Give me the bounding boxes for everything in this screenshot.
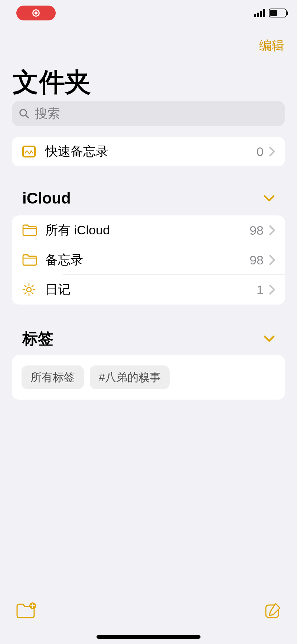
- quick-note-card: 快速备忘录 0: [12, 137, 285, 166]
- folder-icon: [22, 224, 38, 237]
- svg-line-11: [25, 286, 26, 287]
- folder-count: 98: [249, 223, 264, 238]
- folder-label: 日记: [45, 281, 257, 298]
- tag-chip[interactable]: #八弟的糗事: [90, 365, 170, 389]
- home-indicator[interactable]: [97, 635, 200, 639]
- new-folder-button[interactable]: [16, 602, 36, 619]
- quick-note-label: 快速备忘录: [45, 143, 257, 160]
- tags-section-title: 标签: [22, 328, 53, 349]
- gear-icon: [22, 282, 36, 297]
- chevron-right-icon: [269, 284, 275, 295]
- quick-note-count: 0: [257, 144, 264, 159]
- folder-row-all-icloud[interactable]: 所有 iCloud 98: [12, 215, 285, 245]
- chevron-right-icon: [269, 255, 275, 265]
- svg-point-6: [27, 287, 31, 292]
- nav-bar: 编辑: [0, 37, 297, 54]
- search-placeholder: 搜索: [35, 105, 60, 122]
- svg-line-13: [32, 286, 33, 287]
- record-icon: [32, 9, 40, 17]
- folder-count: 1: [257, 283, 264, 297]
- search-input[interactable]: 搜索: [12, 101, 285, 126]
- search-icon: [19, 108, 30, 119]
- folder-row-diary[interactable]: 日记 1: [12, 275, 285, 305]
- svg-line-14: [25, 293, 26, 294]
- tags-section-header[interactable]: 标签: [22, 328, 275, 349]
- cellular-signal-icon: [254, 9, 265, 17]
- recording-indicator[interactable]: [16, 6, 56, 20]
- svg-rect-3: [24, 147, 34, 156]
- tag-chip-all[interactable]: 所有标签: [22, 365, 84, 389]
- status-bar: [0, 0, 297, 26]
- quick-note-icon: [22, 144, 36, 159]
- chevron-right-icon: [269, 225, 275, 235]
- svg-line-12: [32, 293, 33, 294]
- page-title: 文件夹: [13, 65, 91, 100]
- chevron-down-icon: [264, 195, 275, 202]
- chevron-right-icon: [269, 146, 275, 157]
- folder-label: 备忘录: [45, 251, 249, 269]
- icloud-section-title: iCloud: [22, 189, 71, 207]
- chevron-down-icon: [264, 335, 275, 342]
- svg-line-1: [26, 115, 28, 118]
- folder-icon: [22, 253, 38, 267]
- icloud-folder-list: 所有 iCloud 98 备忘录 98: [12, 215, 285, 305]
- folder-count: 98: [249, 253, 264, 267]
- folder-label: 所有 iCloud: [45, 222, 249, 239]
- edit-button[interactable]: 编辑: [259, 37, 284, 54]
- folder-row-notes[interactable]: 备忘录 98: [12, 245, 285, 275]
- battery-icon: [269, 9, 287, 17]
- status-right: [254, 9, 287, 17]
- icloud-section-header[interactable]: iCloud: [22, 189, 275, 207]
- quick-note-row[interactable]: 快速备忘录 0: [12, 137, 285, 166]
- bottom-toolbar: [0, 588, 297, 633]
- tags-card: 所有标签 #八弟的糗事: [12, 355, 285, 400]
- compose-button[interactable]: [264, 602, 281, 619]
